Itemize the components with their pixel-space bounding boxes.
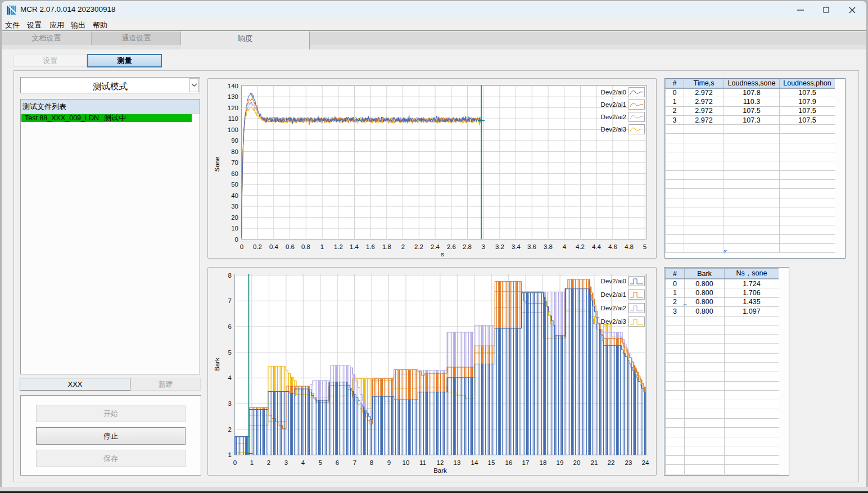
svg-text:1: 1 — [320, 243, 324, 250]
svg-text:2: 2 — [267, 459, 270, 466]
svg-text:3.2: 3.2 — [495, 243, 504, 250]
svg-text:5: 5 — [643, 243, 647, 250]
svg-text:17: 17 — [522, 459, 530, 466]
svg-text:4: 4 — [563, 243, 567, 250]
svg-text:40: 40 — [231, 192, 238, 199]
svg-text:1: 1 — [228, 451, 232, 458]
svg-text:20: 20 — [231, 214, 238, 221]
svg-text:50: 50 — [231, 181, 238, 188]
svg-text:9: 9 — [387, 459, 391, 466]
svg-text:21: 21 — [591, 459, 598, 466]
svg-text:Sone: Sone — [214, 157, 220, 172]
svg-text:0.4: 0.4 — [269, 243, 279, 250]
svg-text:4.6: 4.6 — [608, 243, 617, 250]
svg-text:30: 30 — [231, 203, 238, 210]
svg-text:1.6: 1.6 — [366, 243, 375, 250]
svg-text:1.8: 1.8 — [382, 243, 391, 250]
svg-text:140: 140 — [228, 83, 238, 89]
svg-text:Dev2/ai3: Dev2/ai3 — [601, 318, 626, 325]
svg-text:3: 3 — [482, 243, 485, 250]
svg-text:6: 6 — [228, 323, 232, 330]
svg-text:70: 70 — [231, 159, 238, 166]
svg-text:Bark: Bark — [214, 358, 220, 371]
svg-text:13: 13 — [454, 459, 461, 466]
svg-text:5: 5 — [228, 349, 232, 356]
svg-text:2.6: 2.6 — [447, 243, 456, 250]
svg-text:130: 130 — [228, 93, 238, 100]
svg-text:0: 0 — [235, 236, 238, 243]
svg-text:2: 2 — [401, 243, 405, 250]
svg-text:8: 8 — [370, 459, 373, 466]
svg-text:15: 15 — [488, 459, 495, 466]
svg-text:0.6: 0.6 — [286, 243, 295, 250]
svg-text:10: 10 — [231, 225, 238, 232]
svg-text:7: 7 — [228, 297, 232, 304]
svg-text:4.4: 4.4 — [592, 243, 602, 250]
svg-text:4.8: 4.8 — [625, 243, 634, 250]
svg-text:23: 23 — [625, 459, 632, 466]
svg-text:90: 90 — [231, 137, 238, 144]
svg-text:8: 8 — [228, 272, 232, 279]
svg-text:4: 4 — [228, 374, 232, 381]
svg-text:3.8: 3.8 — [544, 243, 553, 250]
svg-text:4.2: 4.2 — [576, 243, 585, 250]
svg-text:10: 10 — [403, 459, 410, 466]
svg-text:Dev2/ai0: Dev2/ai0 — [601, 89, 626, 96]
svg-text:2.2: 2.2 — [414, 243, 423, 250]
svg-text:Dev2/ai0: Dev2/ai0 — [601, 278, 626, 284]
svg-text:3: 3 — [284, 459, 288, 466]
svg-text:3.4: 3.4 — [512, 243, 521, 250]
svg-text:16: 16 — [505, 459, 513, 466]
svg-text:Dev2/ai1: Dev2/ai1 — [601, 101, 626, 108]
svg-text:3.6: 3.6 — [527, 243, 536, 250]
svg-text:1: 1 — [250, 459, 254, 466]
svg-text:100: 100 — [228, 126, 238, 133]
svg-text:1.4: 1.4 — [350, 243, 359, 250]
svg-text:0: 0 — [233, 459, 237, 466]
svg-text:1.2: 1.2 — [334, 243, 343, 250]
svg-text:6: 6 — [336, 459, 339, 466]
svg-text:60: 60 — [231, 170, 238, 177]
svg-text:2: 2 — [228, 426, 232, 433]
svg-text:5: 5 — [319, 459, 322, 466]
svg-text:2.4: 2.4 — [431, 243, 440, 250]
svg-text:Bark: Bark — [433, 467, 447, 474]
svg-text:20: 20 — [573, 459, 581, 466]
svg-text:Dev2/ai3: Dev2/ai3 — [601, 126, 626, 133]
svg-text:0.2: 0.2 — [253, 243, 262, 250]
svg-text:Dev2/ai2: Dev2/ai2 — [601, 305, 626, 311]
svg-text:Dev2/ai2: Dev2/ai2 — [601, 114, 626, 120]
svg-text:19: 19 — [557, 459, 564, 466]
svg-text:24: 24 — [642, 459, 649, 466]
svg-text:0: 0 — [240, 243, 243, 250]
svg-text:4: 4 — [301, 459, 305, 466]
svg-text:80: 80 — [231, 148, 238, 155]
svg-text:12: 12 — [437, 459, 444, 466]
svg-text:110: 110 — [228, 115, 238, 122]
svg-text:22: 22 — [608, 459, 615, 466]
svg-text:14: 14 — [471, 459, 478, 466]
svg-text:18: 18 — [540, 459, 547, 466]
svg-text:7: 7 — [353, 459, 356, 466]
svg-text:0.8: 0.8 — [301, 243, 310, 250]
svg-text:Dev2/ai1: Dev2/ai1 — [601, 291, 626, 298]
svg-text:3: 3 — [228, 400, 232, 407]
svg-text:11: 11 — [419, 459, 426, 466]
svg-text:s: s — [441, 251, 444, 257]
svg-text:2.8: 2.8 — [463, 243, 472, 250]
svg-text:120: 120 — [228, 105, 238, 111]
